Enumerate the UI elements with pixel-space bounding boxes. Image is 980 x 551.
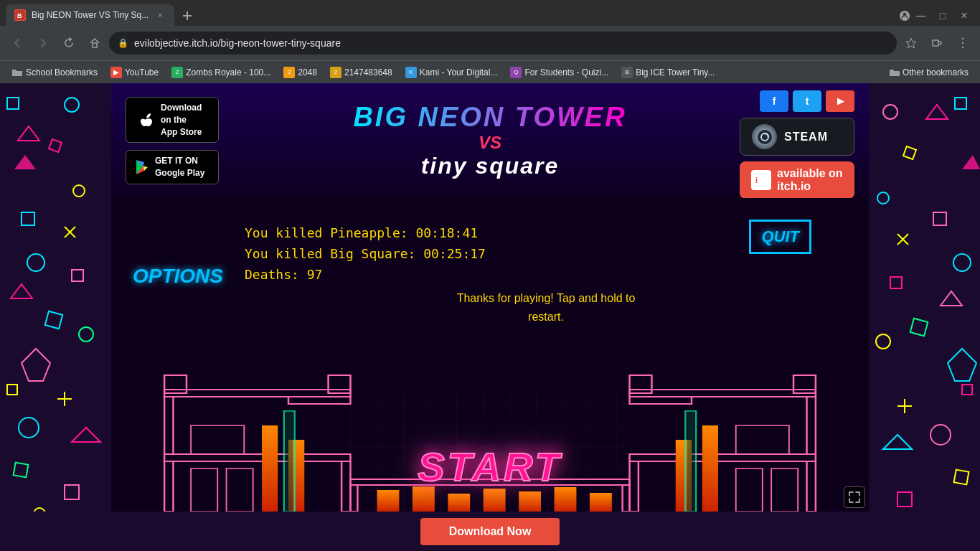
toolbar-right: [900, 32, 974, 55]
svg-rect-56: [954, 470, 969, 485]
profile-icon[interactable]: [900, 11, 910, 21]
svg-point-20: [27, 254, 44, 271]
steam-button[interactable]: STEAM: [740, 118, 854, 156]
game-area: Download on the App Store GET IT ON Goog…: [111, 83, 869, 512]
security-lock-icon: 🔒: [118, 38, 128, 48]
game-middle-area: OPTIONS You killed Pineapple: 00:18:41 Y…: [111, 198, 869, 354]
itch-icon: i: [751, 170, 771, 190]
bookmark-youtube-icon: ▶: [110, 67, 122, 78]
other-bookmarks[interactable]: Other bookmarks: [884, 67, 974, 77]
svg-point-13: [65, 98, 79, 112]
svg-point-29: [19, 418, 39, 438]
steam-icon: [752, 124, 777, 149]
svg-marker-40: [962, 155, 980, 169]
svg-rect-97: [702, 425, 718, 512]
svg-rect-101: [377, 490, 400, 512]
svg-rect-85: [286, 411, 293, 512]
tab-close-button[interactable]: ×: [154, 9, 166, 21]
svg-point-10: [962, 47, 963, 48]
thanks-text: Thanks for playing! Tap and hold to rest…: [245, 289, 847, 326]
address-bar[interactable]: 🔒 evilobjective.itch.io/big-neon-tower-t…: [109, 32, 897, 55]
svg-point-54: [930, 425, 951, 445]
extensions-button[interactable]: [925, 32, 948, 55]
itch-button[interactable]: i available on itch.io: [740, 161, 854, 199]
app-store-button[interactable]: Download on the App Store: [126, 97, 219, 143]
reload-button[interactable]: [57, 32, 80, 55]
google-play-button[interactable]: GET IT ON Google Play: [126, 150, 219, 184]
svg-point-8: [962, 38, 963, 39]
browser-chrome: B Big NEON Tower VS Tiny Sq... × ─ □ ×: [0, 0, 980, 83]
svg-rect-23: [45, 311, 62, 329]
svg-rect-5: [93, 43, 97, 47]
page-content: Download on the App Store GET IT ON Goog…: [0, 83, 980, 551]
svg-rect-100: [687, 411, 694, 512]
svg-text:B: B: [17, 12, 22, 19]
maximize-button[interactable]: □: [933, 6, 953, 26]
game-bottom-area: START: [111, 354, 869, 512]
facebook-button[interactable]: f: [760, 90, 788, 112]
bookmark-2048[interactable]: 2 2048: [278, 63, 323, 82]
svg-rect-106: [555, 487, 577, 512]
bookmark-folder-icon: [11, 67, 23, 78]
minimize-button[interactable]: ─: [911, 6, 931, 26]
tab-favicon: B: [14, 9, 26, 21]
forward-button[interactable]: [32, 32, 55, 55]
back-button[interactable]: [6, 32, 29, 55]
steam-label: STEAM: [784, 131, 828, 143]
bookmark-kami[interactable]: K Kami - Your Digital...: [400, 63, 504, 82]
bookmark-quizi-icon: Q: [510, 67, 522, 78]
svg-rect-57: [897, 492, 912, 507]
svg-marker-22: [11, 284, 32, 298]
svg-point-41: [877, 192, 889, 204]
tab-bar: B Big NEON Tower VS Tiny Sq... × ─ □ ×: [0, 0, 980, 26]
svg-rect-7: [933, 40, 938, 46]
svg-marker-25: [22, 349, 50, 381]
svg-marker-6: [906, 38, 916, 48]
quit-button[interactable]: QUIT: [749, 220, 811, 254]
svg-rect-103: [448, 494, 470, 512]
platform-buttons: f t ▶ STEAM i: [740, 90, 854, 199]
svg-marker-30: [72, 428, 100, 442]
close-window-button[interactable]: ×: [954, 6, 974, 26]
svg-rect-42: [933, 212, 946, 225]
options-button[interactable]: OPTIONS: [133, 265, 223, 288]
download-bar: Download Now: [0, 512, 980, 551]
new-tab-button[interactable]: [177, 6, 197, 26]
bookmark-zombs-icon: Z: [171, 67, 183, 78]
twitter-button[interactable]: t: [793, 90, 821, 112]
bookmark-zombs[interactable]: Z Zombs Royale - 100...: [166, 63, 276, 82]
svg-rect-107: [590, 493, 612, 512]
bookmark-star-button[interactable]: [900, 32, 923, 55]
svg-point-9: [962, 42, 963, 44]
svg-point-49: [876, 334, 890, 349]
game-title-sub: tiny square: [353, 153, 626, 179]
toolbar: 🔒 evilobjective.itch.io/big-neon-tower-t…: [0, 26, 980, 60]
tab-title: Big NEON Tower VS Tiny Sq...: [32, 10, 149, 20]
bookmark-kami-icon: K: [405, 67, 417, 78]
svg-rect-82: [262, 425, 278, 512]
bookmark-ice-tower-icon: B: [621, 67, 633, 78]
bookmark-ice-tower[interactable]: B Big ICE Tower Tiny...: [616, 63, 720, 82]
bookmark-2147[interactable]: 2 2147483648: [324, 63, 398, 82]
svg-text:i: i: [755, 176, 758, 184]
bookmark-school[interactable]: School Bookmarks: [6, 63, 103, 82]
youtube-button[interactable]: ▶: [826, 90, 854, 112]
svg-rect-105: [519, 491, 541, 512]
svg-rect-14: [49, 139, 62, 152]
download-now-button[interactable]: Download Now: [420, 518, 560, 545]
bookmark-quizi[interactable]: Q For Students - Quizi...: [504, 63, 614, 82]
active-tab[interactable]: B Big NEON Tower VS Tiny Sq... ×: [6, 4, 174, 26]
game-title-area: BIG NEON TOWER VS tiny square: [353, 102, 626, 179]
svg-marker-37: [926, 105, 948, 119]
chrome-menu-button[interactable]: [951, 32, 974, 55]
right-decorations: [869, 83, 980, 551]
fullscreen-button[interactable]: [844, 486, 865, 508]
game-title-vs: VS: [353, 133, 626, 153]
home-button[interactable]: [83, 32, 106, 55]
svg-rect-48: [910, 319, 928, 336]
store-buttons: Download on the App Store GET IT ON Goog…: [126, 97, 219, 184]
svg-marker-12: [18, 126, 39, 141]
bookmark-youtube[interactable]: ▶ YouTube: [105, 63, 164, 82]
svg-rect-51: [962, 385, 972, 395]
svg-rect-17: [22, 212, 34, 225]
